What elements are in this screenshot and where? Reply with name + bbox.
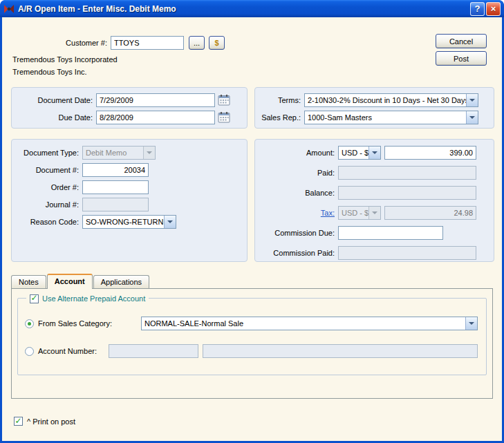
dropdown-arrow-icon[interactable] [164,216,176,228]
account-tab-panel: ✓ Use Alternate Prepaid Account From Sal… [11,288,493,399]
currency-button[interactable]: $ [209,36,225,50]
print-on-post-checkbox[interactable]: ✓ [14,417,23,426]
sales-category-radio[interactable] [25,319,34,328]
amount-currency-value: USD - $ [339,147,368,159]
amount-label: Amount: [258,146,335,160]
app-icon [3,3,15,15]
tab-notes[interactable]: Notes [11,275,46,288]
triangle-icon [372,151,377,154]
cancel-button[interactable]: Cancel [436,34,487,48]
dialog-body: Customer #: ... $ Cancel Post Tremendous… [2,17,502,441]
due-date-input[interactable] [96,111,215,124]
triangle-icon [469,116,475,119]
dropdown-arrow-icon [143,147,155,159]
account-number-row: Account Number: [25,344,478,358]
triangle-icon [469,322,474,325]
alternate-prepaid-fieldset: ✓ Use Alternate Prepaid Account From Sal… [17,298,487,375]
triangle-icon [147,151,152,154]
journal-number-field [82,198,149,211]
order-number-input[interactable] [82,180,149,194]
document-number-input[interactable] [82,163,149,177]
amounts-group: Amount: USD - $ Paid: Balance: Tax: USD … [254,139,494,262]
calendar-icon [218,94,230,106]
print-on-post-label: ^ Print on post [27,417,75,426]
account-number-radio[interactable] [25,347,34,356]
commission-due-input[interactable] [338,226,443,240]
dropdown-arrow-icon[interactable] [465,317,477,330]
document-date-input[interactable] [96,93,215,107]
use-alternate-prepaid-checkbox[interactable]: ✓ [30,294,39,303]
paid-field [338,166,476,180]
check-icon: ✓ [15,417,21,425]
commission-paid-label: Commission Paid: [258,246,335,260]
commission-paid-field [338,246,476,260]
alternate-prepaid-legend: ✓ Use Alternate Prepaid Account [26,293,149,304]
tax-field: 24.98 [384,206,476,220]
due-date-calendar-button[interactable] [217,111,231,124]
reason-code-select[interactable]: SO-WRONG-RETURNED-SC [82,215,176,229]
document-type-select: Debit Memo [82,146,156,160]
terms-value: 2-10N30-2% Discount in 10 Days - Net 30 … [305,94,466,106]
journal-number-label: Journal #: [15,198,79,211]
customer-label: Customer #: [41,36,107,50]
terms-select[interactable]: 2-10N30-2% Discount in 10 Days - Net 30 … [304,93,478,107]
document-date-label: Document Date: [15,93,93,107]
customer-legal-name-text: Tremendous Toys Inc. [12,68,87,76]
reason-code-label: Reason Code: [15,215,79,229]
balance-field [338,186,476,200]
commission-due-label: Commission Due: [258,226,335,240]
window-title: A/R Open Item - Enter Misc. Debit Memo [18,4,470,14]
reason-code-value: SO-WRONG-RETURNED-SC [83,216,164,228]
triangle-icon [469,99,475,102]
tab-account[interactable]: Account [47,274,93,289]
customer-lookup-button[interactable]: ... [189,36,205,50]
paid-label: Paid: [258,166,335,180]
order-number-label: Order #: [15,180,79,194]
dropdown-arrow-icon[interactable] [466,94,478,106]
account-number-label: Account Number: [38,347,104,355]
triangle-icon [372,211,377,214]
balance-label: Balance: [258,186,335,200]
due-date-label: Due Date: [15,111,93,124]
help-button[interactable]: ? [470,2,485,16]
tab-applications[interactable]: Applications [93,275,149,288]
document-group: Document Type: Debit Memo Document #: Or… [11,139,248,262]
triangle-icon [167,220,173,223]
sales-rep-label: Sales Rep.: [259,111,301,124]
sales-category-label: From Sales Category: [38,319,137,328]
print-on-post-row: ✓ ^ Print on post [14,417,75,426]
terms-group: Terms: 2-10N30-2% Discount in 10 Days - … [254,87,494,129]
document-date-calendar-button[interactable] [217,93,231,106]
sales-category-value: NORMAL-SALE-Normal Sale [142,317,465,330]
account-number-field [109,344,198,358]
amount-input[interactable] [384,146,476,160]
sales-category-row: From Sales Category: NORMAL-SALE-Normal … [25,317,478,330]
tax-currency-select: USD - $ [338,206,381,220]
tax-link[interactable]: Tax: [258,206,335,220]
amount-currency-select[interactable]: USD - $ [338,146,381,160]
post-button[interactable]: Post [436,51,487,66]
calendar-icon [218,111,230,123]
customer-input[interactable] [111,36,184,50]
document-type-label: Document Type: [15,146,79,160]
account-description-field [203,344,478,358]
tab-bar: Notes Account Applications [11,274,150,288]
use-alternate-prepaid-label: Use Alternate Prepaid Account [42,294,145,303]
customer-name-text: Tremendous Toys Incorporated [12,55,118,64]
sales-rep-value: 1000-Sam Masters [305,111,466,124]
sales-rep-select[interactable]: 1000-Sam Masters [304,111,478,124]
close-button[interactable]: × [486,2,501,16]
tax-currency-value: USD - $ [339,207,368,219]
terms-label: Terms: [259,93,301,107]
dropdown-arrow-icon[interactable] [368,147,380,159]
document-type-value: Debit Memo [83,147,143,159]
titlebar[interactable]: A/R Open Item - Enter Misc. Debit Memo ?… [0,0,504,17]
dates-group: Document Date: Due Date: [11,87,248,129]
titlebar-buttons: ? × [470,2,501,16]
sales-category-select[interactable]: NORMAL-SALE-Normal Sale [141,317,478,330]
dropdown-arrow-icon[interactable] [466,111,478,124]
dropdown-arrow-icon [368,207,380,219]
document-number-label: Document #: [15,163,79,177]
dialog-window: A/R Open Item - Enter Misc. Debit Memo ?… [0,0,504,443]
check-icon: ✓ [30,294,37,302]
